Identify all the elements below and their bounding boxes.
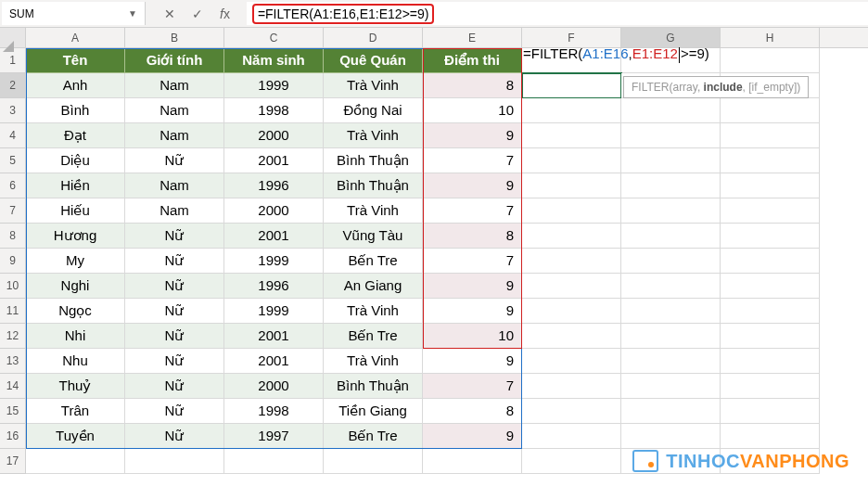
cell-B11[interactable]: Nữ (125, 299, 224, 324)
cell-D1[interactable]: Quê Quán (324, 48, 423, 73)
cell-A10[interactable]: Nghi (26, 274, 125, 299)
cell-D3[interactable]: Đồng Nai (324, 98, 423, 123)
cell-C6[interactable]: 1996 (224, 173, 324, 198)
cell-B8[interactable]: Nữ (125, 224, 224, 249)
cell-C15[interactable]: 1998 (224, 399, 324, 424)
row-header-1[interactable]: 1 (0, 48, 26, 73)
cell-F15[interactable] (522, 399, 621, 424)
cell-B14[interactable]: Nữ (125, 374, 224, 399)
cell-B9[interactable]: Nữ (125, 249, 224, 274)
cell-G15[interactable] (621, 399, 721, 424)
row-header-17[interactable]: 17 (0, 449, 26, 474)
select-all-triangle[interactable] (3, 41, 14, 52)
cell-E1[interactable]: Điểm thi (423, 48, 522, 73)
cell-C4[interactable]: 2000 (224, 123, 324, 148)
row-header-12[interactable]: 12 (0, 324, 26, 349)
cell-A5[interactable]: Diệu (26, 148, 125, 173)
cell-D16[interactable]: Bến Tre (324, 424, 423, 449)
cell-F3[interactable] (522, 98, 621, 123)
cell-A8[interactable]: Hương (26, 224, 125, 249)
row-header-9[interactable]: 9 (0, 249, 26, 274)
cell-F4[interactable] (522, 123, 621, 148)
col-header-H[interactable]: H (721, 28, 820, 47)
cell-H9[interactable] (721, 249, 820, 274)
cell-G6[interactable] (621, 173, 721, 198)
cell-D12[interactable]: Bến Tre (324, 324, 423, 349)
cell-C13[interactable]: 2001 (224, 349, 324, 374)
cell-C1[interactable]: Năm sinh (224, 48, 324, 73)
dropdown-icon[interactable]: ▼ (128, 8, 137, 19)
cell-F17[interactable] (522, 449, 621, 474)
row-header-3[interactable]: 3 (0, 98, 26, 123)
cell-H15[interactable] (721, 399, 820, 424)
cell-B7[interactable]: Nam (125, 198, 224, 224)
cell-A9[interactable]: My (26, 249, 125, 274)
cell-A3[interactable]: Bình (26, 98, 125, 123)
row-header-10[interactable]: 10 (0, 274, 26, 299)
cell-A15[interactable]: Trân (26, 399, 125, 424)
cell-C5[interactable]: 2001 (224, 148, 324, 173)
col-header-C[interactable]: C (224, 28, 324, 47)
cell-B5[interactable]: Nữ (125, 148, 224, 173)
cell-E17[interactable] (423, 449, 522, 474)
col-header-D[interactable]: D (324, 28, 423, 47)
cell-C16[interactable]: 1997 (224, 424, 324, 449)
cell-A17[interactable] (26, 449, 125, 474)
cell-D11[interactable]: Trà Vinh (324, 299, 423, 324)
cell-D7[interactable]: Trà Vinh (324, 198, 423, 224)
cell-G10[interactable] (621, 274, 721, 299)
cell-F14[interactable] (522, 374, 621, 399)
cell-E9[interactable]: 7 (423, 249, 522, 274)
cell-D8[interactable]: Vũng Tàu (324, 224, 423, 249)
cell-H14[interactable] (721, 374, 820, 399)
name-box[interactable]: SUM ▼ (2, 2, 146, 25)
cell-C7[interactable]: 2000 (224, 198, 324, 224)
cell-G8[interactable] (621, 224, 721, 249)
cell-E12[interactable]: 10 (423, 324, 522, 349)
cell-A16[interactable]: Tuyền (26, 424, 125, 449)
cell-G12[interactable] (621, 324, 721, 349)
cell-H16[interactable] (721, 424, 820, 449)
cell-F10[interactable] (522, 274, 621, 299)
cell-D5[interactable]: Bình Thuận (324, 148, 423, 173)
cell-C2[interactable]: 1999 (224, 73, 324, 98)
cell-B10[interactable]: Nữ (125, 274, 224, 299)
col-header-E[interactable]: E (423, 28, 522, 47)
cell-E3[interactable]: 10 (423, 98, 522, 123)
cell-F8[interactable] (522, 224, 621, 249)
cell-D13[interactable]: Trà Vinh (324, 349, 423, 374)
cell-E6[interactable]: 9 (423, 173, 522, 198)
fx-icon[interactable]: fx (220, 6, 230, 21)
col-header-F[interactable]: F (522, 28, 621, 47)
cell-B15[interactable]: Nữ (125, 399, 224, 424)
enter-icon[interactable]: ✓ (192, 6, 203, 21)
cell-D4[interactable]: Trà Vinh (324, 123, 423, 148)
cell-H10[interactable] (721, 274, 820, 299)
cell-B6[interactable]: Nam (125, 173, 224, 198)
row-header-5[interactable]: 5 (0, 148, 26, 173)
col-header-G[interactable]: G (621, 28, 721, 47)
col-header-A[interactable]: A (26, 28, 125, 47)
cell-A12[interactable]: Nhi (26, 324, 125, 349)
cell-F11[interactable] (522, 299, 621, 324)
cell-E16[interactable]: 9 (423, 424, 522, 449)
cell-G7[interactable] (621, 198, 721, 224)
cell-E4[interactable]: 9 (423, 123, 522, 148)
cell-F13[interactable] (522, 349, 621, 374)
cell-E2[interactable]: 8 (423, 73, 522, 98)
cell-B13[interactable]: Nữ (125, 349, 224, 374)
cell-H12[interactable] (721, 324, 820, 349)
cell-C3[interactable]: 1998 (224, 98, 324, 123)
cancel-icon[interactable]: ✕ (164, 6, 175, 21)
cell-F16[interactable] (522, 424, 621, 449)
cell-A11[interactable]: Ngọc (26, 299, 125, 324)
cell-G5[interactable] (621, 148, 721, 173)
cell-C11[interactable]: 1999 (224, 299, 324, 324)
cell-F2[interactable] (522, 73, 621, 98)
cell-B3[interactable]: Nam (125, 98, 224, 123)
cell-D2[interactable]: Trà Vinh (324, 73, 423, 98)
cell-E15[interactable]: 8 (423, 399, 522, 424)
row-header-14[interactable]: 14 (0, 374, 26, 399)
cell-E8[interactable]: 8 (423, 224, 522, 249)
cell-B17[interactable] (125, 449, 224, 474)
